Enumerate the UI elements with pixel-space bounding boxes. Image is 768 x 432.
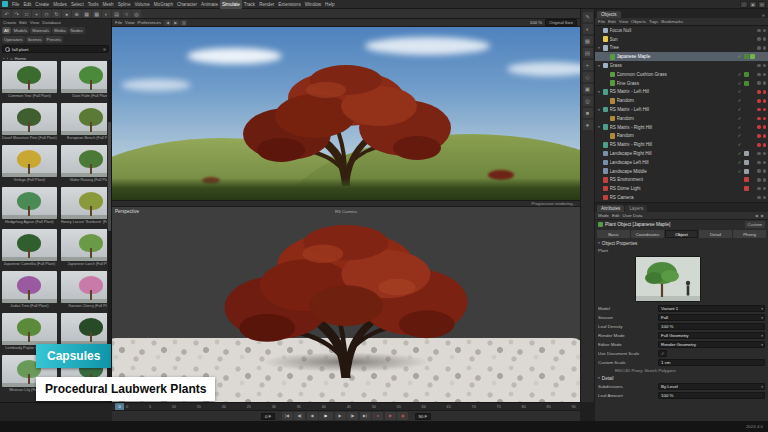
attribute-tab[interactable]: Coordinates	[631, 230, 664, 238]
menu-item[interactable]: Render	[257, 0, 276, 9]
workplane-icon[interactable]: ◇	[583, 72, 593, 82]
object-tag-icon[interactable]	[744, 81, 749, 86]
object-label[interactable]: Fine Grass	[617, 81, 736, 86]
render-visibility-dot[interactable]	[763, 134, 767, 138]
editor-visibility-dot[interactable]	[757, 46, 761, 50]
object-tag-icon[interactable]	[750, 28, 755, 33]
object-tag-icon[interactable]	[750, 54, 755, 59]
object-row[interactable]: Random ✓	[595, 114, 768, 123]
menu-item[interactable]: File	[10, 0, 21, 9]
last-tool-icon[interactable]: ●	[62, 10, 71, 18]
asset-item[interactable]: Ginkgo (Fall Plant)	[1, 144, 58, 184]
field-value[interactable]: Render Geometry	[658, 341, 765, 348]
goto-start-button[interactable]: |◀	[282, 412, 293, 420]
editor-visibility-dot[interactable]	[757, 81, 761, 85]
menu-item[interactable]: Animate	[199, 0, 220, 9]
rv-compare-icon[interactable]: ▥	[180, 20, 187, 26]
object-label[interactable]: Landscape Right Hill	[610, 151, 736, 156]
object-label[interactable]: Landscape Middle	[610, 169, 736, 174]
object-tag-icon[interactable]	[750, 107, 755, 112]
redo-icon[interactable]: ↷	[12, 10, 21, 18]
editor-visibility-dot[interactable]	[757, 99, 761, 103]
previous-key-button[interactable]: ◀|	[294, 412, 305, 420]
object-tag-icon[interactable]	[744, 195, 749, 200]
asset-item[interactable]: Common Yew (Fall Plant)	[1, 60, 58, 100]
editor-visibility-dot[interactable]	[757, 73, 761, 77]
asset-filter-chip[interactable]: Models	[12, 27, 30, 34]
object-tag-icon[interactable]	[744, 142, 749, 147]
object-tag-icon[interactable]	[750, 98, 755, 103]
zoom-fit-dropdown[interactable]: Original Size	[545, 19, 577, 26]
object-tag-icon[interactable]	[744, 107, 749, 112]
editor-visibility-dot[interactable]	[757, 178, 761, 182]
menu-item[interactable]: MoGraph	[152, 0, 175, 9]
object-tag-icon[interactable]	[750, 133, 755, 138]
filter-icon[interactable]: ≡	[103, 47, 106, 52]
object-row[interactable]: ▾ RS Matrix - Right Hill ✓	[595, 123, 768, 132]
object-tag-icon[interactable]	[744, 98, 749, 103]
object-tag-icon[interactable]	[744, 28, 749, 33]
editor-visibility-dot[interactable]	[757, 196, 761, 200]
object-tag-icon[interactable]	[744, 160, 749, 165]
object-label[interactable]: RS Dome Light	[610, 186, 736, 191]
previous-frame-button[interactable]: ◀	[307, 412, 318, 420]
scale-tool-icon[interactable]: ◇	[42, 10, 51, 18]
object-label[interactable]: Tree	[610, 45, 736, 50]
object-tag-icon[interactable]	[750, 45, 755, 50]
render-visibility-dot[interactable]	[763, 161, 767, 165]
undo-icon[interactable]: ↶	[2, 10, 11, 18]
asset-item[interactable]: Judas Tree (Fall Plant)	[1, 270, 58, 310]
axis-icon[interactable]: +	[583, 60, 593, 70]
live-selection-icon[interactable]: □	[22, 10, 31, 18]
asset-menu-item[interactable]: Create	[3, 20, 16, 26]
object-row[interactable]: Landscape Right Hill ✓	[595, 149, 768, 158]
enable-check-icon[interactable]: ✓	[737, 107, 742, 112]
render-visibility-dot[interactable]	[763, 178, 767, 182]
asset-item[interactable]: Honey Locust 'Sunburst' (Fall Plant)	[60, 186, 107, 226]
asset-filter-chip[interactable]: Presets	[45, 36, 63, 43]
object-label[interactable]: RS Camera	[610, 195, 736, 200]
render-visibility-dot[interactable]	[763, 196, 767, 200]
field-value[interactable]: 100 %	[658, 392, 765, 399]
field-value[interactable]: ✓	[658, 350, 667, 357]
editor-visibility-dot[interactable]	[757, 143, 761, 147]
next-key-button[interactable]: |▶	[347, 412, 358, 420]
editor-visibility-dot[interactable]	[757, 152, 761, 156]
enable-check-icon[interactable]: ✓	[737, 116, 742, 121]
section-object-properties[interactable]: ▾ Object Properties	[595, 239, 768, 247]
asset-search-input[interactable]: fall plant ≡	[2, 45, 109, 53]
asset-item[interactable]: Japanese Larch (Fall Plant)	[60, 228, 107, 268]
object-menu-item[interactable]: Objects	[631, 19, 646, 24]
object-tag-icon[interactable]	[744, 186, 749, 191]
history-nav-icons[interactable]: ◀ ▶	[755, 213, 765, 218]
custom-button[interactable]: Custom	[745, 221, 765, 228]
content-browser-icon[interactable]: ▤	[112, 10, 121, 18]
asset-menu-item[interactable]: View	[30, 20, 39, 26]
editor-visibility-dot[interactable]	[757, 37, 761, 41]
object-label[interactable]: Random	[617, 133, 736, 138]
render-visibility-dot[interactable]	[763, 55, 767, 59]
attribute-tab[interactable]: Object	[665, 230, 698, 238]
menu-item[interactable]: Spline	[116, 0, 133, 9]
attribute-tab[interactable]: Basic	[597, 230, 630, 238]
object-row[interactable]: Japanese Maple ✓	[595, 52, 768, 61]
object-row[interactable]: Sun	[595, 35, 768, 44]
object-tag-icon[interactable]	[744, 177, 749, 182]
object-row[interactable]: RS Dome Light	[595, 184, 768, 193]
expand-arrow-icon[interactable]: ▾	[597, 90, 601, 94]
object-label[interactable]: Common Cushion Grass	[617, 72, 736, 77]
object-tag-icon[interactable]	[750, 89, 755, 94]
object-row[interactable]: Fine Grass ✓	[595, 79, 768, 88]
menu-item[interactable]: Create	[33, 0, 51, 9]
object-label[interactable]: Focus Null	[610, 28, 736, 33]
render-visibility-dot[interactable]	[763, 64, 767, 68]
object-tag-icon[interactable]	[750, 195, 755, 200]
menu-item[interactable]: Tools	[86, 0, 101, 9]
editor-visibility-dot[interactable]	[757, 55, 761, 59]
editor-visibility-dot[interactable]	[757, 161, 761, 165]
layout-left-icon[interactable]: □	[740, 1, 748, 8]
rotate-tool-icon[interactable]: ↻	[52, 10, 61, 18]
editor-visibility-dot[interactable]	[757, 64, 761, 68]
menu-item[interactable]: Help	[323, 0, 336, 9]
asset-item[interactable]: Glider Rotang (Fall Plant)	[60, 144, 107, 184]
